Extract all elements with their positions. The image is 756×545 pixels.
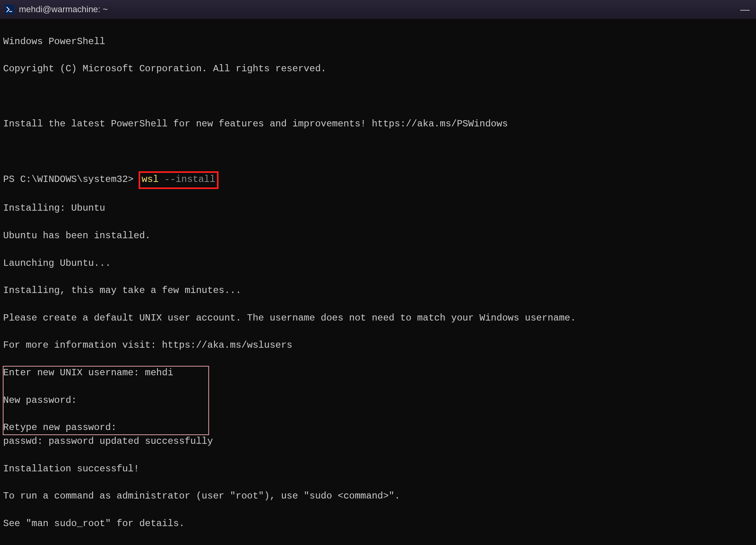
output-line: Install the latest PowerShell for new fe… [3, 117, 753, 131]
highlighted-command: wsl --install [139, 172, 218, 188]
highlighted-credentials: Enter new UNIX username: mehdi New passw… [3, 366, 209, 435]
output-line: Please create a default UNIX user accoun… [3, 311, 753, 325]
terminal-output[interactable]: Windows PowerShell Copyright (C) Microso… [0, 19, 756, 545]
output-line: Installing: Ubuntu [3, 202, 753, 215]
output-line: Launching Ubuntu... [3, 257, 753, 271]
output-line: Installation successful! [3, 462, 753, 476]
command-name: wsl [142, 174, 159, 185]
command-arg: --install [164, 174, 215, 185]
window-titlebar: mehdi@warmachine: ~ — [0, 0, 756, 19]
window-controls: — [734, 0, 756, 19]
blank-line [3, 90, 753, 104]
output-line: Installing, this may take a few minutes.… [3, 284, 753, 298]
output-line: Ubuntu has been installed. [3, 229, 753, 243]
minimize-button[interactable]: — [734, 0, 756, 19]
powershell-icon [5, 5, 14, 14]
output-line: Enter new UNIX username: mehdi [3, 366, 173, 380]
output-line: To run a command as administrator (user … [3, 489, 753, 503]
output-line: For more information visit: https://aka.… [3, 339, 753, 352]
output-line: passwd: password updated successfully [3, 435, 753, 449]
ps-prompt: PS C:\WINDOWS\system32> [3, 174, 133, 185]
output-line: Retype new password: [3, 421, 173, 435]
output-line: See "man sudo_root" for details. [3, 517, 753, 531]
prompt-line: PS C:\WINDOWS\system32> wsl --install [3, 172, 753, 188]
window-title: mehdi@warmachine: ~ [19, 4, 108, 15]
output-line: New password: [3, 394, 173, 408]
blank-line [3, 145, 753, 158]
output-line: Copyright (C) Microsoft Corporation. All… [3, 62, 753, 76]
output-line: Windows PowerShell [3, 35, 753, 49]
